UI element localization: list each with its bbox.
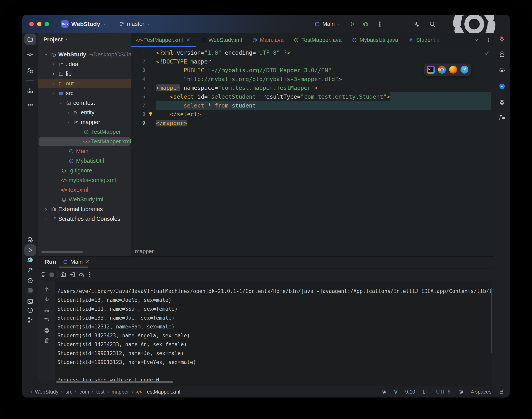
line-number[interactable]: 1 [131,48,145,57]
tree-item-main[interactable]: CMain [38,146,131,156]
tree-item-com.test[interactable]: com.test [38,98,131,108]
build-tool-button[interactable] [25,265,36,276]
pull-requests-button[interactable]: ? [25,65,36,76]
database-button[interactable] [496,49,508,60]
gutter-zone[interactable] [145,66,156,75]
gutter-zone[interactable] [145,119,156,128]
gutter-zone[interactable] [145,48,156,57]
line-number[interactable]: 4 [131,75,145,84]
chevron-expanded-icon[interactable] [44,52,48,57]
line-number[interactable]: 9 [131,119,145,128]
safari-browser-icon[interactable] [460,66,468,74]
soft-wrap-button[interactable] [44,307,50,314]
chevron-collapsed-icon[interactable] [44,217,48,221]
caret-position[interactable]: 9:10 [405,389,415,395]
breadcrumb-com[interactable]: com [79,389,89,395]
project-widget[interactable]: WS WebStudy [61,20,106,28]
tree-item-src[interactable]: src [38,88,131,98]
tree-item-scratches-and-consoles[interactable]: Scratches and Consoles [38,214,131,224]
console-vertical-scrollbar[interactable] [491,288,492,353]
tree-item-external-libraries[interactable]: External Libraries [38,204,131,214]
project-panel-header[interactable]: Project [38,33,68,46]
rerun-button[interactable] [40,271,46,278]
database-tool-button[interactable] [25,234,36,246]
more-tools-button[interactable] [25,99,36,111]
chevron-collapsed-icon[interactable] [66,110,71,115]
camera-button[interactable] [60,271,67,278]
tree-item-mybatisutil[interactable]: CMybatisUtil [38,156,131,166]
tree-item-webstudy.iml[interactable]: WebStudy.iml [38,195,131,204]
git-tool-button[interactable] [25,314,36,326]
chevron-expanded-icon[interactable] [66,120,71,125]
line-number[interactable]: 5 [131,83,145,92]
code-editor[interactable]: 1<?xml version="1.0" encoding="UTF-8" ?>… [131,47,494,247]
line-number[interactable]: 3 [131,66,145,75]
chrome-browser-icon[interactable] [438,66,446,74]
tree-item-mapper[interactable]: mapper [38,117,131,127]
debug-button[interactable] [362,21,369,27]
scroll-to-end-button[interactable] [44,317,50,323]
tree-item-entity[interactable]: entity [38,108,131,117]
v-plugin-icon[interactable]: V [394,389,398,395]
run-console-tab[interactable]: Main ✕ [63,257,89,267]
tree-item-mybatis-config.xml[interactable]: </>mybatis-config.xml [38,175,131,185]
tab-options-kebab-icon[interactable] [485,37,491,43]
tree-item-text.xml[interactable]: </>text.xml [38,185,131,195]
code-with-me-button[interactable] [496,112,508,123]
file-encoding[interactable]: UTF-8 [436,389,451,395]
hidden-tabs-chevron-icon[interactable] [473,37,479,43]
close-icon[interactable]: ✕ [85,259,89,265]
console-horizontal-scrollbar[interactable] [56,381,173,383]
project-tool-window-button[interactable] [25,34,36,45]
tree-item-lib[interactable]: lib [38,69,131,79]
chevron-expanded-icon[interactable] [59,101,63,105]
chat-blue-button[interactable] [496,81,508,92]
gauge-button[interactable] [78,271,85,278]
packages-tool-button[interactable]: [ ] [25,285,36,296]
search-everywhere-button[interactable] [429,21,436,27]
line-number[interactable]: 2 [131,57,145,66]
line-ending[interactable]: LF [423,389,429,395]
openai-button[interactable] [496,96,508,108]
chevron-collapsed-icon[interactable] [51,62,56,67]
zoom-window-button[interactable] [45,22,49,26]
editor-tab-mybatisutil.java[interactable]: CMybatisUtil.java [347,33,403,47]
ai-plugin-owl-button[interactable] [25,254,36,266]
intellij-browser-icon[interactable]: IJ [427,66,435,74]
gutter-zone[interactable] [145,101,156,110]
tree-item-testmapper.xml[interactable]: </>TestMapper.xml [38,137,131,146]
editor-tab-main.java[interactable]: CMain.java [247,33,289,47]
structure-tool-button[interactable] [25,85,36,96]
add-user-button[interactable] [413,21,420,27]
tree-item-.gitignore[interactable]: .gitignore [38,166,131,175]
inspections-ok-check-icon[interactable] [484,50,490,56]
line-number[interactable]: 8 [131,110,145,119]
gutter-zone[interactable] [145,75,156,84]
lock-open-icon[interactable] [499,389,504,394]
firefox-browser-icon[interactable] [449,66,457,74]
breadcrumb-test[interactable]: test [96,389,104,395]
tree-item-testmapper[interactable]: ITestMapper [38,127,131,137]
tree-item-.idea[interactable]: .idea [38,59,131,69]
stop-button[interactable] [48,271,55,278]
project-horizontal-scrollbar[interactable] [41,251,83,253]
line-number[interactable]: 6 [131,92,145,101]
chevron-collapsed-icon[interactable] [51,72,56,76]
minimize-window-button[interactable] [37,22,41,26]
line-number[interactable]: 7 [131,101,145,110]
editor-tab-webstudy.iml[interactable]: WebStudy.iml [196,33,247,47]
breadcrumb-tag[interactable]: mapper [135,248,154,254]
export-button[interactable] [69,271,76,278]
gutter-zone[interactable] [145,110,156,119]
tree-item-webstudy[interactable]: WebStudy~/Desktop/CS/Jav [38,50,131,59]
gutter-zone[interactable] [145,92,156,101]
more-kebab-button[interactable] [86,271,93,278]
editor-tab-testmapper.java[interactable]: ITestMapper.java [289,33,347,47]
close-window-button[interactable] [29,22,34,26]
chevron-expanded-icon[interactable] [51,91,56,96]
indent-setting[interactable]: 4 spaces [471,389,491,395]
print-button[interactable] [44,327,50,334]
close-tab-icon[interactable]: ✕ [186,37,191,43]
tree-item-out[interactable]: out [38,79,131,88]
editor-tab-testmapper.xml[interactable]: </>TestMapper.xml✕ [131,33,196,47]
